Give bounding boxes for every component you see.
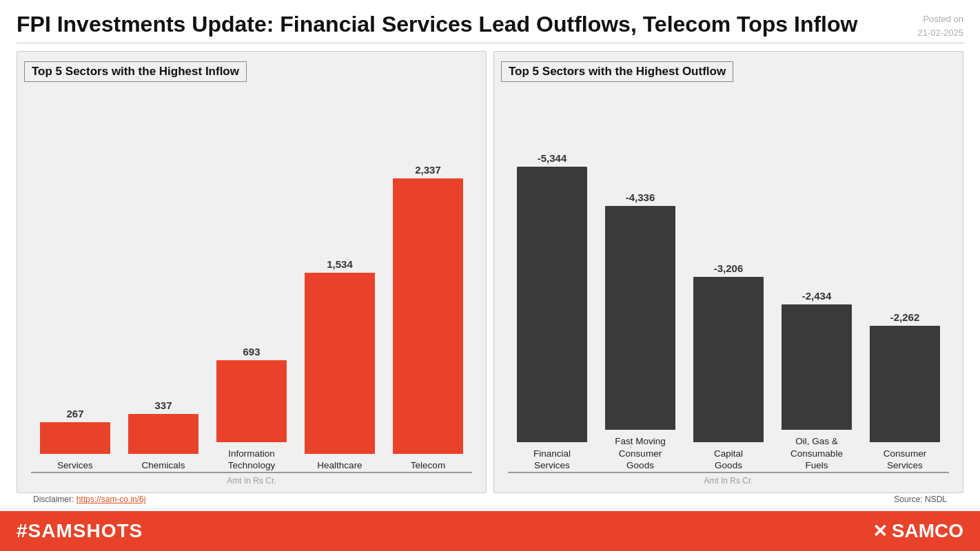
disclaimer-row: Disclaimer: https://sam-co.in/6j Source:… — [17, 493, 963, 506]
inflow-bar-label-2: Information Technology — [207, 448, 296, 472]
outflow-bar-value-2: -3,206 — [714, 262, 744, 274]
outflow-panel-title: Top 5 Sectors with the Highest Outflow — [501, 61, 733, 82]
main-container: FPI Investments Update: Financial Servic… — [0, 0, 980, 551]
outflow-bar-label-0: FinancialServices — [533, 448, 571, 472]
page-title: FPI Investments Update: Financial Servic… — [17, 12, 857, 37]
outflow-bar-value-3: -2,434 — [802, 290, 832, 302]
outflow-bar-value-4: -2,262 — [890, 311, 920, 323]
title-row: FPI Investments Update: Financial Servic… — [17, 12, 963, 39]
inflow-bar-label-3: Healthcare — [317, 459, 362, 472]
source-text: Source: NSDL — [894, 495, 947, 504]
inflow-bar-group-1: 337Chemicals — [119, 399, 207, 472]
outflow-bar-label-2: CapitalGoods — [714, 448, 743, 472]
outflow-bar-label-4: ConsumerServices — [884, 448, 926, 472]
disclaimer-text: Disclaimer: https://sam-co.in/6j — [33, 495, 145, 504]
inflow-bar-label-0: Services — [57, 459, 93, 472]
outflow-bar-4 — [870, 326, 940, 442]
inflow-bar-group-4: 2,337Telecom — [384, 164, 472, 472]
outflow-bar-0 — [517, 167, 587, 442]
inflow-bar-value-2: 693 — [243, 346, 260, 357]
outflow-axis-line — [508, 472, 949, 473]
outflow-bar-group-1: -4,336Fast MovingConsumerGoods — [596, 191, 684, 472]
inflow-panel: Top 5 Sectors with the Highest Inflow 26… — [17, 51, 487, 493]
footer-bar: #SAMSHOTS ✕ SAMCO — [0, 511, 980, 551]
inflow-bar-value-4: 2,337 — [415, 164, 441, 176]
outflow-panel: Top 5 Sectors with the Highest Outflow -… — [493, 51, 963, 493]
inflow-bar-2 — [216, 360, 287, 442]
main-title: FPI Investments Update: Financial Servic… — [17, 12, 857, 37]
outflow-bars-area: -5,344FinancialServices-4,336Fast Moving… — [501, 87, 956, 472]
inflow-panel-title: Top 5 Sectors with the Highest Inflow — [24, 61, 247, 82]
outflow-bar-value-1: -4,336 — [626, 191, 655, 203]
outflow-bar-2 — [693, 277, 764, 442]
inflow-bar-group-3: 1,534Healthcare — [296, 258, 384, 472]
outflow-bar-group-0: -5,344FinancialServices — [508, 152, 596, 472]
inflow-bar-0 — [40, 422, 110, 454]
outflow-bar-label-1: Fast MovingConsumerGoods — [615, 435, 666, 472]
outflow-bar-3 — [782, 304, 852, 430]
inflow-bar-3 — [305, 273, 375, 454]
inflow-bars-area: 267Services337Chemicals693Information Te… — [24, 87, 479, 472]
samco-label: SAMCO — [892, 520, 963, 542]
inflow-bar-group-0: 267Services — [31, 408, 119, 472]
outflow-bar-label-3: Oil, Gas &ConsumableFuels — [790, 435, 843, 472]
disclaimer-link[interactable]: https://sam-co.in/6j — [76, 495, 146, 504]
content-area: FPI Investments Update: Financial Servic… — [0, 0, 980, 511]
outflow-bar-1 — [605, 206, 675, 430]
inflow-bar-group-2: 693Information Technology — [207, 346, 296, 472]
footer-samshots: #SAMSHOTS — [17, 520, 143, 542]
inflow-bar-label-1: Chemicals — [141, 459, 185, 472]
inflow-bar-1 — [128, 414, 198, 454]
posted-on: Posted on 21-02-2025 — [918, 12, 964, 39]
inflow-axis-line — [31, 472, 472, 473]
charts-row: Top 5 Sectors with the Highest Inflow 26… — [17, 51, 963, 493]
outflow-amt-label: Amt In Rs Cr. — [501, 476, 956, 486]
inflow-amt-label: Amt In Rs Cr. — [24, 476, 479, 486]
inflow-bar-label-4: Telecom — [411, 459, 445, 472]
inflow-bar-value-1: 337 — [154, 399, 172, 411]
inflow-bar-value-0: 267 — [66, 408, 83, 419]
title-underline — [17, 42, 963, 44]
footer-samco: ✕ SAMCO — [872, 520, 963, 542]
outflow-bar-group-4: -2,262ConsumerServices — [861, 311, 949, 472]
samco-x-icon: ✕ — [872, 521, 888, 542]
inflow-bar-value-3: 1,534 — [327, 258, 353, 270]
inflow-bar-4 — [393, 178, 463, 454]
outflow-bar-group-2: -3,206CapitalGoods — [684, 262, 773, 472]
outflow-bar-value-0: -5,344 — [538, 152, 567, 164]
outflow-bar-group-3: -2,434Oil, Gas &ConsumableFuels — [773, 290, 861, 472]
